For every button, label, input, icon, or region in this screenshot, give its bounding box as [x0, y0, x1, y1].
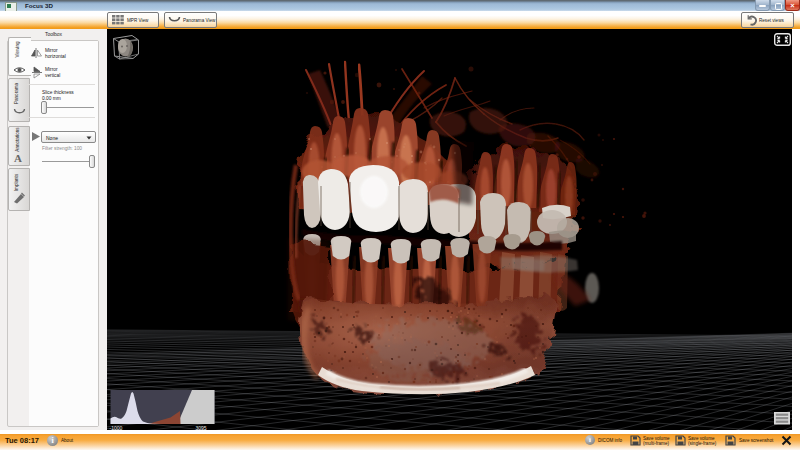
- svg-text:A: A: [14, 152, 22, 164]
